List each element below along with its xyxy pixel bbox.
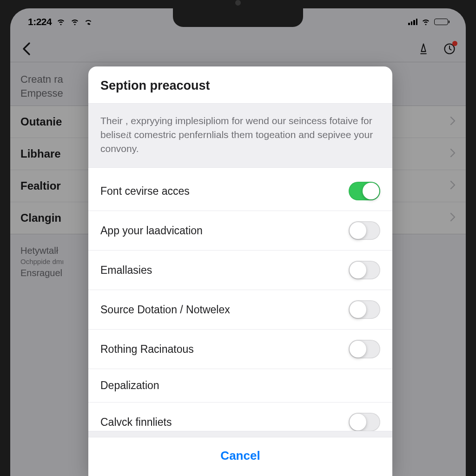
option-row: Calvck finnliets — [88, 403, 392, 431]
toggle-switch[interactable] — [349, 340, 380, 358]
option-label: Emallasies — [100, 264, 152, 277]
toggle-switch[interactable] — [349, 300, 380, 319]
option-row[interactable]: Depalization — [88, 369, 392, 403]
option-label: App your laadvication — [100, 225, 203, 237]
modal-description: Their , expryying implesipliom for wend … — [88, 104, 392, 168]
modal-sheet: Seption preacoust Their , expryying impl… — [88, 66, 392, 476]
option-row: Emallasies — [88, 251, 392, 290]
option-label: Font cevirse acces — [100, 185, 190, 198]
toggle-switch[interactable] — [349, 261, 380, 279]
option-row: Source Dotation / Notwelex — [88, 290, 392, 330]
toggle-switch[interactable] — [349, 413, 380, 431]
option-row: Rothing Racinatous — [88, 330, 392, 369]
toggle-switch[interactable] — [349, 182, 380, 200]
option-label: Depalization — [100, 379, 159, 392]
toggle-switch[interactable] — [349, 221, 380, 240]
modal-title: Seption preacoust — [88, 66, 392, 104]
option-row: Font cevirse acces — [88, 168, 392, 211]
cancel-button[interactable]: Cancel — [88, 437, 392, 476]
option-label: Source Dotation / Notwelex — [100, 304, 230, 316]
option-label: Rothing Racinatous — [100, 343, 194, 356]
option-row: App your laadvication — [88, 211, 392, 251]
option-label: Calvck finnliets — [100, 416, 172, 429]
